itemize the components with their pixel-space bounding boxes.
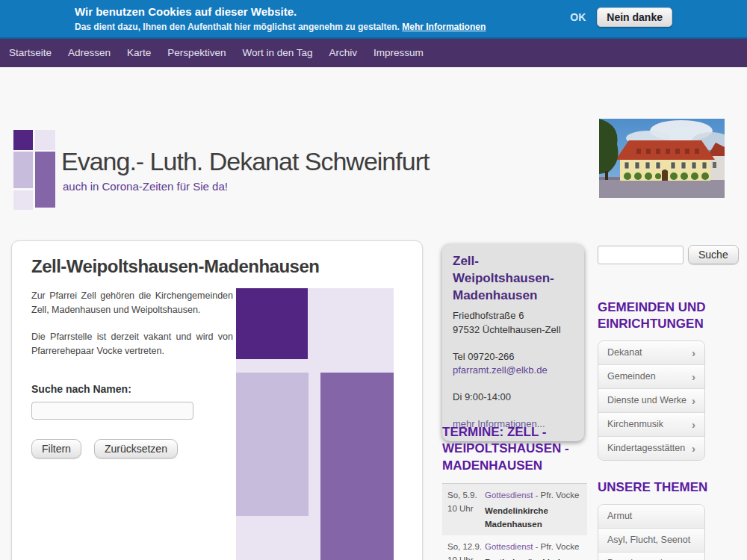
event-type-link[interactable]: Gottesdienst xyxy=(485,542,533,551)
sidebar-item-label: Asyl, Flucht, Seenot xyxy=(607,534,690,547)
sidebar-heading-gemeinden: GEMEINDEN UND EINRICHTUNGEN xyxy=(598,299,725,332)
photo-tree-trunk xyxy=(605,171,608,180)
sidebar-search-input[interactable] xyxy=(598,246,684,264)
contact-email-link[interactable]: pfarramt.zell@elkb.de xyxy=(453,364,574,378)
event-time: 10 Uhr xyxy=(447,503,485,516)
sidebar-item-armut[interactable]: Armut xyxy=(598,505,704,528)
chevron-right-icon: › xyxy=(692,346,695,361)
themen-menu: Armut Asyl, Flucht, Seenot Bewahrung der… xyxy=(598,504,705,560)
sidebar-item-label: Dekanat xyxy=(607,346,642,359)
event-celebrant: - Pfr. Vocke xyxy=(536,542,580,551)
sidebar-item-label: Bewahrung der Schöpfung xyxy=(607,557,682,560)
event-date-time: So, 12.9. 10 Uhr xyxy=(447,541,485,560)
logo-cell-pale-bottom xyxy=(13,190,33,210)
contact-title: Zell-Weipoltshausen-Madenhausen xyxy=(453,253,574,305)
site-title: Evang.- Luth. Dekanat Schweinfurt xyxy=(61,147,429,176)
sidebar-item-bewahrung-der-schoepfung[interactable]: Bewahrung der Schöpfung xyxy=(598,552,704,560)
cookie-message: Das dient dazu, Ihnen den Aufenthalt hie… xyxy=(75,22,486,32)
cookie-title: Wir benutzen Cookies auf dieser Website. xyxy=(75,5,486,18)
photo-main-roof xyxy=(616,140,715,160)
event-location: Wendelinkirche Madenhausen xyxy=(485,504,583,532)
photo-side-window xyxy=(713,162,716,168)
gemeinden-menu: Dekanat › Gemeinden › Dienste und Werke … xyxy=(598,340,705,461)
nav-item-wort-in-den-tag[interactable]: Wort in den Tag xyxy=(234,39,320,67)
site-logo[interactable] xyxy=(13,130,55,210)
logo-image-cell-dark xyxy=(236,288,308,359)
site-header: Evang.- Luth. Dekanat Schweinfurt auch i… xyxy=(0,67,747,231)
photo-entrance-door xyxy=(662,169,668,181)
reset-button[interactable]: Zurücksetzen xyxy=(94,439,178,458)
contact-phone: Tel 09720-266 xyxy=(453,350,574,364)
event-date: So, 5.9. xyxy=(447,489,485,503)
cookie-banner-inner: Wir benutzen Cookies auf dieser Website.… xyxy=(75,0,672,32)
parish-logo-image xyxy=(236,288,394,560)
filter-button[interactable]: Filtern xyxy=(31,439,81,458)
contact-street: Friedhofstraße 6 xyxy=(453,309,574,323)
event-date: So, 12.9. xyxy=(447,541,485,554)
event-type-link[interactable]: Gottesdienst xyxy=(485,491,533,500)
event-row: So, 12.9. 10 Uhr Gottesdienst- Pfr. Vock… xyxy=(442,535,587,560)
event-date-time: So, 5.9. 10 Uhr xyxy=(447,489,485,531)
event-row: So, 5.9. 10 Uhr Gottesdienst- Pfr. Vocke… xyxy=(442,484,587,535)
logo-image-cell-medium xyxy=(320,373,394,560)
sidebar-item-kirchenmusik[interactable]: Kirchenmusik › xyxy=(598,412,704,436)
sidebar-item-gemeinden[interactable]: Gemeinden › xyxy=(598,364,704,388)
event-location: Bartholomäuskirche Weipoltshausen xyxy=(485,556,583,560)
events-heading: TERMINE: ZELL - WEIPOLTSHAUSEN - MADENHA… xyxy=(442,424,587,474)
sidebar: Suche GEMEINDEN UND EINRICHTUNGEN Dekana… xyxy=(598,245,725,560)
cookie-text-block: Wir benutzen Cookies auf dieser Website.… xyxy=(75,0,486,32)
logo-cell-light xyxy=(13,152,33,188)
event-info: Gottesdienst- Pfr. Vocke Bartholomäuskir… xyxy=(485,541,583,560)
cookie-decline-button[interactable]: Nein danke xyxy=(597,7,672,27)
logo-image-cell-light xyxy=(236,373,309,516)
nav-item-impressum[interactable]: Impressum xyxy=(365,39,432,67)
site-subtitle: auch in Corona-Zeiten für Sie da! xyxy=(63,180,228,193)
sidebar-item-label: Dienste und Werke xyxy=(607,394,686,407)
logo-cell-medium xyxy=(35,152,55,208)
building-photo xyxy=(599,119,725,198)
event-celebrant: - Pfr. Vocke xyxy=(536,491,580,500)
event-time: 10 Uhr xyxy=(447,554,485,560)
sidebar-item-label: Gemeinden xyxy=(607,370,656,383)
name-search-input[interactable] xyxy=(31,402,193,420)
cookie-more-info-link[interactable]: Mehr Informationen xyxy=(402,22,486,32)
cookie-message-text: Das dient dazu, Ihnen den Aufenthalt hie… xyxy=(75,22,400,32)
nav-item-startseite[interactable]: Startseite xyxy=(1,39,60,67)
chevron-right-icon: › xyxy=(692,370,695,385)
sidebar-item-dienste-und-werke[interactable]: Dienste und Werke › xyxy=(598,388,704,412)
chevron-right-icon: › xyxy=(692,417,695,432)
contact-city: 97532 Üchtelhausen-Zell xyxy=(453,323,574,337)
logo-cell-dark xyxy=(13,130,33,150)
intro-paragraph: Zur Pfarrei Zell gehören die Kirchengeme… xyxy=(31,289,233,318)
contact-hours: Di 9:00-14:00 xyxy=(453,391,574,405)
nav-item-adressen[interactable]: Adressen xyxy=(60,39,119,67)
cookie-banner: Wir benutzen Cookies auf dieser Website.… xyxy=(0,0,747,39)
contact-card: Zell-Weipoltshausen-Madenhausen Friedhof… xyxy=(442,244,584,441)
chevron-right-icon: › xyxy=(692,441,695,456)
sidebar-item-asyl-flucht-seenot[interactable]: Asyl, Flucht, Seenot xyxy=(598,528,704,552)
chevron-right-icon: › xyxy=(692,393,695,408)
sidebar-item-label: Kindertagesstätten xyxy=(607,442,685,455)
sidebar-item-label: Kirchenmusik xyxy=(607,418,663,431)
event-info: Gottesdienst- Pfr. Vocke Wendelinkirche … xyxy=(485,489,583,531)
nav-item-archiv[interactable]: Archiv xyxy=(320,39,365,67)
photo-cobblestone-ground xyxy=(599,178,725,198)
sidebar-search-button[interactable]: Suche xyxy=(688,245,739,264)
cookie-actions: OK Nein danke xyxy=(570,7,672,27)
main-content-card: Zell-Weipoltshausen-Madenhausen Zur Pfar… xyxy=(11,240,423,560)
page-title: Zell-Weipoltshausen-Madenhausen xyxy=(31,256,422,277)
page: Wir benutzen Cookies auf dieser Website.… xyxy=(0,0,747,560)
cookie-ok-button[interactable]: OK xyxy=(570,11,586,23)
main-nav: Startseite Adressen Karte Perspektiven W… xyxy=(0,39,747,67)
logo-cell-pale-top xyxy=(35,130,55,150)
nav-item-perspektiven[interactable]: Perspektiven xyxy=(159,39,234,67)
sidebar-item-label: Armut xyxy=(607,510,632,523)
sidebar-item-dekanat[interactable]: Dekanat › xyxy=(598,341,704,364)
vacancy-paragraph: Die Pfarrstelle ist derzeit vakant und w… xyxy=(31,330,233,359)
sidebar-heading-themen: UNSERE THEMEN xyxy=(598,479,725,496)
sidebar-item-kindertagesstaetten[interactable]: Kindertagesstätten › xyxy=(598,436,704,460)
events-section: TERMINE: ZELL - WEIPOLTSHAUSEN - MADENHA… xyxy=(442,424,587,560)
sidebar-search: Suche xyxy=(598,245,725,264)
nav-item-karte[interactable]: Karte xyxy=(119,39,159,67)
